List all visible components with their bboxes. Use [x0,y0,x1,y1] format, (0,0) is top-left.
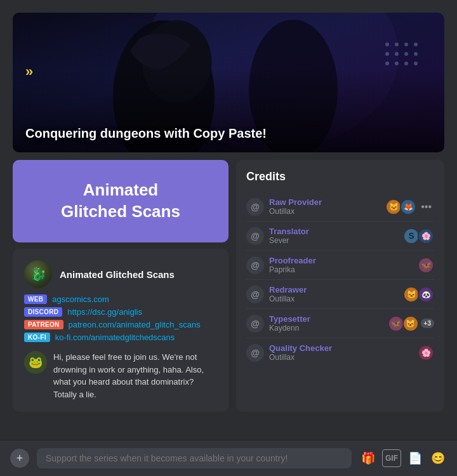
credit-name-proofreader: Paprika [269,265,413,274]
credit-info-redrawer: Redrawer Outillax [269,285,398,303]
input-bar: + 🎁 GIF 📄 😊 [0,440,457,476]
credit-avatars-raw: 🐱 🦊 ••• [385,199,434,215]
patreon-url[interactable]: patreon.com/animated_glitch_scans [69,320,201,329]
emoji-icon-button[interactable]: 😊 [429,449,447,467]
message-input[interactable] [37,448,352,468]
more-options-btn-raw[interactable]: ••• [418,200,434,214]
kofi-badge: KO-FI [24,333,50,342]
scans-header-text: AnimatedGlitched Scans [61,180,180,223]
bot-message-row: 🐸 Hi, please feel free to join us. We're… [24,348,217,400]
credit-raw-provider: @ Raw Provider Outillax 🐱 🦊 ••• [246,192,434,221]
input-icon-group: 🎁 GIF 📄 😊 [359,449,447,467]
gif-icon-button[interactable]: GIF [382,449,401,467]
at-icon-raw: @ [246,198,264,216]
credit-info-typesetter: Typesetter Kaydenn [269,314,383,333]
credit-translator: @ Translator Sever S 🌸 [246,221,434,251]
at-icon-translator: @ [246,227,264,245]
credit-avatars-redrawer: 🐱 🐼 [403,286,434,303]
scans-header: AnimatedGlitched Scans [13,160,228,242]
credit-name-quality: Outillax [269,353,413,362]
credit-info-quality: Quality Checker Outillax [269,343,413,362]
scans-info-panel: 🐉 Animated Glitched Scans WEB agscomics.… [13,249,228,412]
at-icon-redrawer: @ [246,286,264,303]
manga-banner: » Conquering dungeons with Copy Paste! [13,13,444,152]
discord-url[interactable]: https://dsc.gg/aniglis [67,307,142,317]
credit-info-raw: Raw Provider Outillax [269,197,380,216]
web-badge: WEB [24,294,47,304]
mini-avatar-proofreader-1: 🦋 [418,257,434,274]
mini-avatar-2: 🦊 [400,199,416,215]
gift-icon-button[interactable]: 🎁 [359,449,377,467]
credit-name-translator: Sever [269,236,398,245]
credit-info-proofreader: Proofreader Paprika [269,256,413,274]
web-url[interactable]: agscomics.com [52,294,109,304]
typesetter-more-badge: +3 [421,319,434,328]
credit-role-translator: Translator [269,227,398,236]
credit-typesetter: @ Typesetter Kaydenn 🦋 🐱 +3 [246,309,434,338]
mini-avatar-typesetter-1: 🦋 [388,315,404,332]
credits-panel: Credits @ Raw Provider Outillax 🐱 🦊 ••• … [236,160,444,412]
credit-avatars-translator: S 🌸 [403,228,434,244]
credit-quality-checker: @ Quality Checker Outillax 🌸 [246,338,434,367]
add-attachment-button[interactable]: + [10,449,29,468]
sticker-icon-button[interactable]: 📄 [406,449,424,467]
scans-avatar-image: 🐉 [24,260,52,288]
mini-avatar-typesetter-2: 🐱 [402,315,419,332]
credit-name-raw: Outillax [269,207,380,216]
kofi-url[interactable]: ko-fi.com/animatedglitchedscans [55,333,175,342]
patreon-link-row: PATREON patreon.com/animated_glitch_scan… [24,320,217,329]
scans-avatar: 🐉 [24,260,52,288]
at-icon-typesetter: @ [246,315,264,333]
banner-chevron: » [25,63,33,80]
discord-link-row: DISCORD https://dsc.gg/aniglis [24,307,217,317]
kofi-link-row: KO-FI ko-fi.com/animatedglitchedscans [24,333,217,342]
credit-proofreader: @ Proofreader Paprika 🦋 [246,251,434,280]
credit-info-translator: Translator Sever [269,227,398,245]
mini-avatar-redrawer-2: 🐼 [418,286,434,303]
credit-role-raw: Raw Provider [269,197,380,207]
at-icon-proofreader: @ [246,256,264,274]
credit-role-typesetter: Typesetter [269,314,383,324]
credit-avatars-proofreader: 🦋 [418,257,434,274]
patreon-badge: PATREON [24,320,63,329]
links-list: WEB agscomics.com DISCORD https://dsc.gg… [24,294,217,342]
credit-name-redrawer: Outillax [269,294,398,303]
credit-role-proofreader: Proofreader [269,256,413,265]
credit-role-quality: Quality Checker [269,343,413,353]
bot-message-text: Hi, please feel free to join us. We're n… [53,351,217,400]
discord-badge: DISCORD [24,307,62,317]
credit-avatars-quality: 🌸 [418,345,434,361]
mini-avatar-quality-1: 🌸 [418,345,434,361]
credit-role-redrawer: Redrawer [269,285,398,294]
credit-redrawer: @ Redrawer Outillax 🐱 🐼 [246,280,434,309]
at-icon-quality: @ [246,344,264,362]
banner-title: Conquering dungeons with Copy Paste! [25,126,267,141]
credit-name-typesetter: Kaydenn [269,324,383,333]
credits-title: Credits [246,170,434,183]
credit-avatars-typesetter: 🦋 🐱 +3 [388,315,434,332]
web-link-row: WEB agscomics.com [24,294,217,304]
bot-avatar: 🐸 [24,351,47,374]
mini-avatar-translator-2: 🌸 [418,228,434,244]
scans-display-name: Animated Glitched Scans [60,269,175,280]
